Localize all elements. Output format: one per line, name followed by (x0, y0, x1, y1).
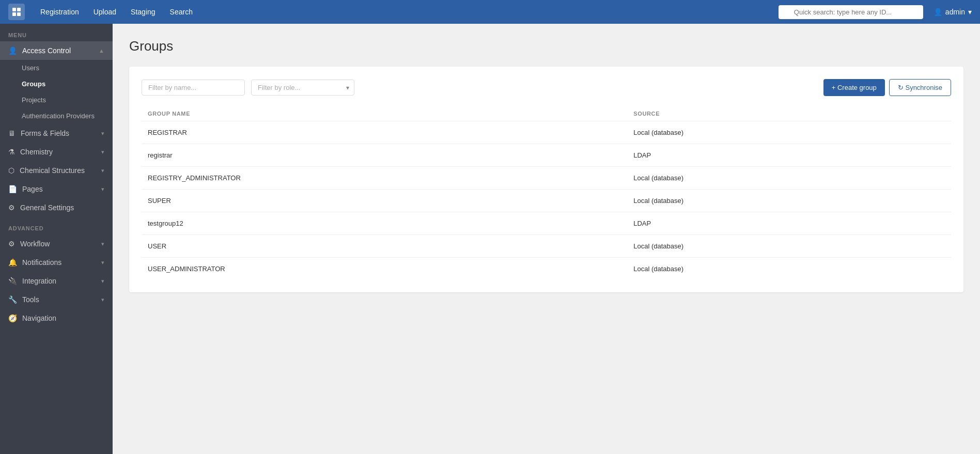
group-source-cell: Local (database) (627, 167, 951, 190)
nav-registration[interactable]: Registration (35, 5, 84, 19)
group-source-cell: LDAP (627, 144, 951, 167)
main-content: Groups Filter by role... ▾ + Create grou… (113, 24, 980, 454)
toolbar-actions: + Create group ↻ Synchronise (823, 79, 951, 96)
sidebar-label-notifications: Notifications (22, 258, 61, 267)
person-icon: 👤 (8, 46, 17, 55)
forms-chevron-icon: ▾ (101, 130, 104, 137)
notifications-icon: 🔔 (8, 258, 17, 267)
chemical-structures-chevron-icon: ▾ (101, 167, 104, 174)
notifications-chevron-icon: ▾ (101, 259, 104, 266)
create-group-button[interactable]: + Create group (823, 79, 885, 96)
workflow-icon: ⚙ (8, 240, 15, 248)
table-row[interactable]: REGISTRY_ADMINISTRATORLocal (database) (142, 167, 951, 190)
page-title: Groups (129, 38, 963, 54)
app-logo[interactable] (8, 4, 25, 20)
sidebar-item-workflow[interactable]: ⚙ Workflow ▾ (0, 234, 113, 253)
sidebar-label-workflow: Workflow (20, 240, 50, 248)
svg-rect-0 (12, 8, 16, 11)
svg-rect-1 (17, 8, 21, 11)
sidebar-label-tools: Tools (22, 295, 39, 304)
search-wrap: 🔍 (779, 5, 923, 19)
table-row[interactable]: registrarLDAP (142, 144, 951, 167)
integration-icon: 🔌 (8, 277, 17, 285)
sidebar-item-pages[interactable]: 📄 Pages ▾ (0, 180, 113, 198)
nav-upload[interactable]: Upload (88, 5, 121, 19)
table-row[interactable]: REGISTRARLocal (database) (142, 121, 951, 144)
filter-name-input[interactable] (142, 80, 245, 96)
pages-icon: 📄 (8, 185, 17, 193)
group-name-cell: REGISTRY_ADMINISTRATOR (142, 167, 627, 190)
group-source-cell: Local (database) (627, 121, 951, 144)
sidebar-item-notifications[interactable]: 🔔 Notifications ▾ (0, 253, 113, 272)
nav-search[interactable]: Search (165, 5, 198, 19)
chemistry-icon: ⚗ (8, 148, 15, 156)
tools-icon: 🔧 (8, 295, 17, 304)
group-name-cell: SUPER (142, 190, 627, 212)
sidebar-item-integration[interactable]: 🔌 Integration ▾ (0, 272, 113, 290)
sidebar-label-chemistry: Chemistry (20, 148, 53, 156)
chemistry-chevron-icon: ▾ (101, 149, 104, 155)
group-name-cell: REGISTRAR (142, 121, 627, 144)
table-row[interactable]: SUPERLocal (database) (142, 190, 951, 212)
table-row[interactable]: USERLocal (database) (142, 235, 951, 258)
svg-rect-3 (17, 12, 21, 16)
sidebar-item-access-control[interactable]: 👤 Access Control ▲ (0, 41, 113, 60)
svg-rect-2 (12, 12, 16, 16)
group-source-cell: Local (database) (627, 235, 951, 258)
sidebar-item-chemical-structures[interactable]: ⬡ Chemical Structures ▾ (0, 161, 113, 180)
user-icon: 👤 (934, 8, 942, 16)
tools-chevron-icon: ▾ (101, 296, 104, 303)
sidebar-label-general-settings: General Settings (20, 203, 74, 212)
groups-table: GROUP NAME SOURCE REGISTRARLocal (databa… (142, 106, 951, 280)
sidebar-item-forms-fields[interactable]: 🖥 Forms & Fields ▾ (0, 124, 113, 143)
advanced-section-label: ADVANCED (0, 217, 113, 234)
sidebar-sub-auth-providers[interactable]: Authentication Providers (0, 108, 113, 124)
group-source-cell: LDAP (627, 212, 951, 235)
menu-section-label: MENU (0, 24, 113, 41)
sidebar-label-chemical-structures: Chemical Structures (20, 166, 85, 175)
group-source-cell: Local (database) (627, 258, 951, 280)
sidebar-label-access-control: Access Control (22, 46, 71, 55)
sidebar-sub-users[interactable]: Users (0, 60, 113, 76)
navigation-icon: 🧭 (8, 314, 17, 322)
username-label: admin (945, 8, 965, 16)
sidebar-item-chemistry[interactable]: ⚗ Chemistry ▾ (0, 143, 113, 161)
groups-toolbar: Filter by role... ▾ + Create group ↻ Syn… (142, 79, 951, 96)
sidebar-label-pages: Pages (22, 185, 43, 193)
sidebar-item-general-settings[interactable]: ⚙ General Settings (0, 198, 113, 217)
group-name-cell: registrar (142, 144, 627, 167)
table-row[interactable]: testgroup12LDAP (142, 212, 951, 235)
col-header-group-name: GROUP NAME (142, 106, 627, 121)
filter-role-select[interactable]: Filter by role... (251, 80, 354, 96)
workflow-chevron-icon: ▾ (101, 241, 104, 247)
chemical-structures-icon: ⬡ (8, 166, 14, 175)
group-name-cell: testgroup12 (142, 212, 627, 235)
groups-card: Filter by role... ▾ + Create group ↻ Syn… (129, 67, 963, 292)
main-layout: MENU 👤 Access Control ▲ Users Groups Pro… (0, 24, 980, 454)
global-search-input[interactable] (779, 5, 923, 19)
sidebar-label-integration: Integration (22, 277, 56, 285)
group-name-cell: USER (142, 235, 627, 258)
user-chevron-icon: ▾ (968, 8, 972, 16)
sidebar-label-forms-fields: Forms & Fields (21, 129, 69, 137)
nav-staging[interactable]: Staging (126, 5, 160, 19)
top-nav: Registration Upload Staging Search 🔍 👤 a… (0, 0, 980, 24)
sidebar-item-navigation[interactable]: 🧭 Navigation (0, 309, 113, 327)
sidebar-sub-projects[interactable]: Projects (0, 92, 113, 108)
sidebar: MENU 👤 Access Control ▲ Users Groups Pro… (0, 24, 113, 454)
sidebar-sub-groups[interactable]: Groups (0, 76, 113, 92)
synchronise-button[interactable]: ↻ Synchronise (889, 79, 951, 96)
integration-chevron-icon: ▾ (101, 278, 104, 285)
sidebar-label-navigation: Navigation (22, 314, 56, 322)
sidebar-item-tools[interactable]: 🔧 Tools ▾ (0, 290, 113, 309)
col-header-source: SOURCE (627, 106, 951, 121)
filter-role-wrap: Filter by role... ▾ (251, 80, 354, 96)
group-name-cell: USER_ADMINISTRATOR (142, 258, 627, 280)
settings-icon: ⚙ (8, 203, 15, 212)
user-menu[interactable]: 👤 admin ▾ (934, 8, 972, 16)
access-control-chevron-icon: ▲ (99, 48, 104, 54)
pages-chevron-icon: ▾ (101, 186, 104, 193)
group-source-cell: Local (database) (627, 190, 951, 212)
forms-icon: 🖥 (8, 129, 15, 137)
table-row[interactable]: USER_ADMINISTRATORLocal (database) (142, 258, 951, 280)
